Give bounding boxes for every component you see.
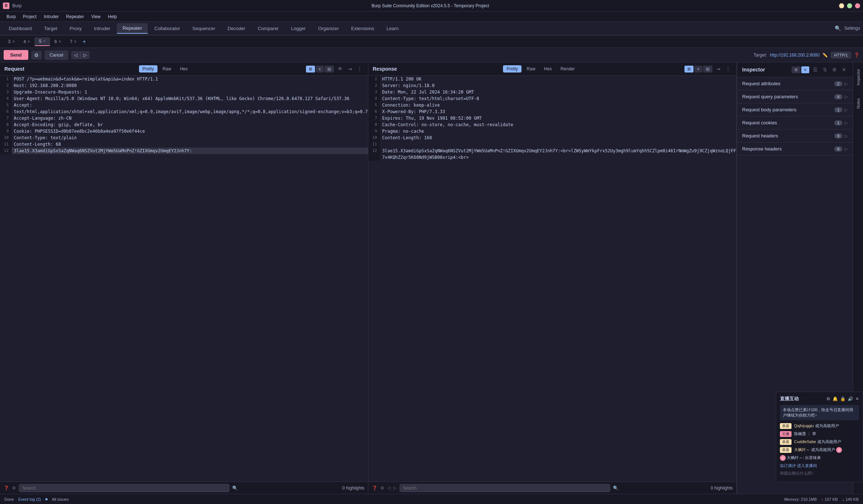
resp-footer-help-icon[interactable]: ❓ — [372, 486, 377, 491]
resp-forward-icon[interactable]: ▷ — [393, 486, 397, 491]
repeater-tab-6[interactable]: 6 ✕ — [50, 38, 66, 46]
request-tab-hex[interactable]: Hex — [176, 65, 191, 73]
http-version-badge[interactable]: HTTP/1 — [831, 52, 851, 58]
menu-burp[interactable]: Burp — [12, 3, 21, 8]
tab-logger[interactable]: Logger — [285, 24, 311, 33]
close-tab-5-icon[interactable]: ✕ — [43, 39, 46, 43]
inspector-view-2[interactable]: ≡ — [801, 66, 809, 73]
inspector-view-1[interactable]: ⊞ — [792, 66, 801, 73]
close-tab-3-icon[interactable]: ✕ — [12, 40, 15, 44]
menu-project[interactable]: Project — [19, 13, 40, 20]
resp-footer-gear-icon[interactable]: ⚙ — [380, 486, 384, 491]
response-code-area[interactable]: 1HTTP/1.1 200 OK2Server: nginx/1.18.03Da… — [368, 76, 736, 482]
inspector-row-5[interactable]: Response headers 9 ▷ — [737, 142, 853, 156]
notes-side-tab[interactable]: Notes — [855, 95, 862, 112]
footer-help-icon[interactable]: ❓ — [4, 486, 9, 491]
view-line-btn[interactable]: ≡ — [316, 66, 324, 73]
chat-icon-1[interactable]: ⚙ — [826, 396, 830, 401]
request-code-area[interactable]: 1POST /?p=webmain&d=task&m=reimplat&api&… — [0, 76, 368, 482]
inspector-title: Inspector — [742, 67, 765, 73]
forward-button[interactable]: ▷ — [81, 51, 90, 59]
menu-intruder[interactable]: Intruder — [40, 13, 62, 20]
back-button[interactable]: ◁ — [71, 51, 81, 59]
close-tab-4-icon[interactable]: ✕ — [27, 40, 30, 44]
menu-view[interactable]: View — [87, 13, 104, 20]
minimize-button[interactable] — [839, 3, 844, 8]
inspector-row-2[interactable]: Request body parameters 1 ▷ — [737, 103, 853, 116]
inspector-close-icon[interactable]: ✕ — [840, 66, 848, 73]
search-submit-icon[interactable]: 🔍 — [232, 486, 238, 491]
response-tab-hex[interactable]: Hex — [540, 65, 555, 73]
response-line-11: 11 — [368, 141, 736, 148]
resp-more-icon[interactable]: ⋮ — [724, 65, 732, 73]
resp-view-alt-btn[interactable]: ▤ — [703, 66, 712, 73]
tab-proxy[interactable]: Proxy — [64, 24, 87, 33]
inspector-row-4[interactable]: Request headers 9 ▷ — [737, 129, 853, 142]
inspector-sort-icon[interactable]: ⇅ — [821, 66, 829, 73]
inspector-row-3[interactable]: Request cookies 1 ▷ — [737, 116, 853, 129]
tab-extensions[interactable]: Extensions — [345, 24, 380, 33]
request-tab-pretty[interactable]: Pretty — [139, 65, 158, 73]
more-icon[interactable]: ⋮ — [356, 65, 364, 73]
chat-icon-4[interactable]: 🔊 — [848, 396, 853, 401]
edit-target-icon[interactable]: ✏️ — [822, 53, 828, 58]
repeater-tab-7[interactable]: 7 ✕ — [66, 38, 81, 46]
request-line-6: 6text/html,application/xhtml+xml,applica… — [0, 108, 368, 115]
tab-decoder[interactable]: Decoder — [222, 24, 251, 33]
view-split-btn[interactable]: ⊞ — [306, 66, 315, 73]
tab-sequencer[interactable]: Sequencer — [187, 24, 221, 33]
tab-collaborator[interactable]: Collaborator — [148, 24, 186, 33]
chat-close-icon[interactable]: ✕ — [855, 396, 859, 401]
eye-icon[interactable]: 👁 — [336, 65, 344, 73]
response-search-input[interactable] — [400, 484, 610, 492]
response-tab-render[interactable]: Render — [557, 65, 578, 73]
indent-icon[interactable]: ⇥ — [346, 65, 353, 73]
resp-view-split-btn[interactable]: ⊞ — [684, 66, 694, 73]
repeater-tab-5[interactable]: 5 ✕ — [34, 37, 50, 46]
menu-help[interactable]: Help — [104, 13, 120, 20]
request-tab-raw[interactable]: Raw — [159, 65, 175, 73]
send-options-button[interactable]: ⚙ — [31, 51, 42, 59]
chat-icon-2[interactable]: 🔔 — [833, 396, 838, 401]
event-log[interactable]: Event log (2) — [18, 497, 41, 501]
repeater-tab-4[interactable]: 4 ✕ — [19, 38, 35, 46]
all-issues[interactable]: All issues — [52, 497, 69, 501]
settings-button[interactable]: Settings — [844, 26, 860, 31]
inspector-side-tab[interactable]: Inspector — [855, 66, 862, 88]
tab-dashboard[interactable]: Dashboard — [3, 24, 38, 33]
repeater-tabs: 3 ✕ 4 ✕ 5 ✕ 6 ✕ 7 ✕ + — [0, 36, 863, 48]
footer-gear-icon[interactable]: ⚙ — [12, 486, 16, 491]
resp-view-line-btn[interactable]: ≡ — [694, 66, 702, 73]
response-line-6: 6X-Powered-By: PHP/7.3.33 — [368, 108, 736, 115]
tab-target[interactable]: Target — [38, 24, 63, 33]
cancel-button[interactable]: Cancel — [45, 50, 68, 60]
chat-icon-3[interactable]: 🔒 — [840, 396, 846, 401]
search-icon[interactable]: 🔍 — [835, 25, 841, 31]
response-tab-pretty[interactable]: Pretty — [503, 65, 522, 73]
tab-intruder[interactable]: Intruder — [88, 24, 116, 33]
tab-repeater[interactable]: Repeater — [117, 23, 148, 34]
close-tab-6-icon[interactable]: ✕ — [58, 40, 61, 44]
tab-organizer[interactable]: Organizer — [312, 24, 344, 33]
add-tab-button[interactable]: + — [82, 38, 86, 45]
resp-back-icon[interactable]: ◁ — [387, 486, 390, 491]
inspector-row-1[interactable]: Request query parameters 4 ▷ — [737, 90, 853, 103]
menu-repeater[interactable]: Repeater — [62, 13, 87, 20]
tab-learn[interactable]: Learn — [381, 24, 404, 33]
inspector-gear-icon[interactable]: ⚙ — [831, 66, 838, 73]
send-button[interactable]: Send — [4, 50, 28, 60]
request-search-input[interactable] — [19, 484, 229, 492]
resp-search-icon[interactable]: 🔍 — [613, 486, 618, 491]
tab-comparer[interactable]: Comparer — [252, 24, 285, 33]
maximize-button[interactable] — [847, 3, 852, 8]
inspector-row-0[interactable]: Request attributes 2 ▷ — [737, 77, 853, 90]
help-icon[interactable]: ❓ — [854, 53, 859, 58]
view-alt-btn[interactable]: ▤ — [324, 66, 334, 73]
inspector-list-icon[interactable]: ☰ — [811, 66, 819, 73]
repeater-tab-3[interactable]: 3 ✕ — [4, 38, 19, 46]
response-tab-raw[interactable]: Raw — [523, 65, 539, 73]
close-button[interactable] — [855, 3, 860, 8]
close-tab-7-icon[interactable]: ✕ — [74, 40, 77, 44]
menu-burp[interactable]: Burp — [3, 13, 19, 20]
resp-indent-icon[interactable]: ⇥ — [715, 65, 722, 73]
